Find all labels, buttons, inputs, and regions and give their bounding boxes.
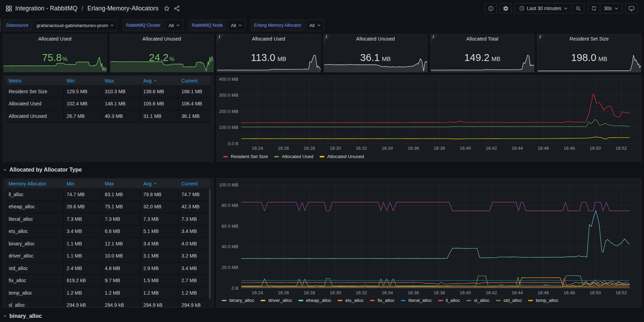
table-column-header[interactable]: Max — [102, 179, 141, 188]
table-row: fix_alloc819.2 kB9.7 MB1.5 MB2.7 MB — [6, 275, 211, 287]
legend-item[interactable]: eheap_alloc — [298, 298, 331, 303]
variable-value-dropdown[interactable]: All — [166, 19, 183, 31]
table-cell-value: 294.9 kB — [141, 299, 179, 307]
table-cell-value: 3.4 MB — [179, 226, 211, 238]
table-cell-value: 75.1 MB — [102, 201, 141, 214]
table-cell-value: 10.0 MB — [102, 250, 141, 263]
variable-value-dropdown[interactable]: grafanacloud-gabrielantunes-prom — [33, 19, 117, 31]
table-body: ll_alloc74.7 MB83.1 MB79.8 MB74.7 MBehea… — [6, 189, 211, 307]
x-axis-tick-label: 16:40 — [460, 290, 471, 295]
table-body: Resident Set Size129.5 MB310.3 MB139.6 M… — [6, 86, 211, 123]
table-cell-metric: binary_alloc — [6, 238, 64, 250]
sparkline-svg — [3, 54, 107, 72]
table-column-header[interactable]: Min — [64, 76, 102, 85]
variable-group: Datasourcegrafanacloud-gabrielantunes-pr… — [3, 19, 117, 31]
zoom-out-button[interactable] — [572, 3, 584, 14]
sparkline-area — [3, 57, 107, 72]
legend-item[interactable]: std_alloc — [496, 298, 522, 303]
table-column-header[interactable]: Avg — [141, 179, 179, 188]
row-header-binary-alloc[interactable]: binary_alloc — [3, 312, 42, 321]
table-row: literal_alloc7.3 MB7.3 MB7.3 MB7.3 MB — [6, 213, 211, 226]
table-cell-value: 3.2 MB — [179, 250, 211, 263]
variable-label: RabbitMQ Node — [189, 19, 226, 31]
kiosk-mode-button[interactable] — [625, 3, 638, 14]
table-column-header-label: Min — [67, 181, 75, 186]
legend-label: driver_alloc — [268, 298, 292, 303]
table-column-header-label: Max — [105, 181, 114, 186]
legend-swatch — [401, 300, 406, 301]
legend-item[interactable]: fix_alloc — [370, 298, 395, 303]
table-cell-value: 7.3 MB — [102, 213, 141, 226]
time-range-picker[interactable]: Last 30 minutes — [515, 3, 573, 14]
table-cell-value: 294.9 kB — [102, 299, 141, 307]
row-header-allocated-by-allocator-type[interactable]: Allocated by Allocator Type — [3, 165, 82, 174]
dashboard-insights-button[interactable] — [485, 3, 497, 14]
table-cell-value: 28.6 MB — [64, 201, 102, 214]
table-column-header[interactable]: Memory Allocator — [6, 179, 64, 188]
timeseries-plot[interactable]: 0 B20.0 MB40.0 MB60.0 MB80.0 MB100.0 MB1… — [217, 179, 641, 307]
timeseries-plot[interactable]: 0.0 B100.0 MB200.0 MB300.0 MB400.0 MB16:… — [217, 76, 641, 162]
x-axis-tick-label: 16:44 — [512, 146, 523, 151]
gear-icon — [503, 6, 509, 11]
sparkline-svg — [110, 54, 214, 72]
table-column-header[interactable]: Current — [179, 76, 211, 85]
breadcrumb-folder[interactable]: Integration - RabbitMQ — [15, 5, 77, 12]
chevron-down-icon — [176, 23, 180, 27]
sparkline-area — [217, 55, 321, 72]
x-axis-tick-label: 16:28 — [304, 146, 315, 151]
breadcrumb-dashboard[interactable]: Erlang-Memory-Allocators — [87, 5, 159, 12]
table-cell-value: 3.4 MB — [64, 226, 102, 238]
legend-item[interactable]: temp_alloc — [528, 298, 558, 303]
refresh-button[interactable] — [588, 3, 600, 14]
legend-label: fix_alloc — [378, 298, 395, 303]
share-icon[interactable] — [173, 5, 181, 12]
star-icon[interactable] — [163, 5, 171, 12]
table-column-header[interactable]: Max — [102, 76, 141, 85]
legend-swatch — [438, 300, 443, 301]
table-scrollbar[interactable] — [209, 189, 211, 299]
table-column-header[interactable]: Current — [179, 179, 211, 188]
legend-label: literal_alloc — [408, 298, 432, 303]
legend-item[interactable]: binary_alloc — [222, 298, 254, 303]
x-axis-tick-label: 16:52 — [616, 146, 627, 151]
table: MetricMinMaxAvgCurrentResident Set Size1… — [6, 76, 211, 161]
stat-panel-allocated-used-pct: Allocated Used75.8% — [3, 34, 107, 72]
legend-label: eheap_alloc — [306, 298, 331, 303]
table-column-header[interactable]: Min — [64, 179, 102, 188]
sparkline-line — [538, 55, 641, 71]
legend-item[interactable]: ll_alloc — [438, 298, 460, 303]
info-circle-icon — [488, 6, 494, 11]
x-axis-tick-label: 16:32 — [356, 290, 367, 295]
legend-item[interactable]: Resident Set Size — [223, 154, 268, 159]
legend-item[interactable]: sl_alloc — [466, 298, 490, 303]
dashboard-settings-button[interactable] — [500, 3, 512, 14]
legend-item[interactable]: Allocated Unused — [320, 154, 364, 159]
legend-swatch — [338, 300, 342, 301]
table-cell-metric: literal_alloc — [6, 213, 64, 226]
variable-value-dropdown[interactable]: All — [228, 19, 245, 31]
x-axis-tick-label: 16:38 — [434, 290, 445, 295]
table-cell-value: 7.3 MB — [179, 213, 211, 226]
tv-kiosk-icon — [628, 5, 635, 11]
legend-item[interactable]: driver_alloc — [261, 298, 292, 303]
chevron-down-icon — [110, 23, 114, 27]
refresh-interval-picker[interactable]: 30s — [600, 3, 622, 14]
chevron-down-icon — [564, 6, 568, 11]
table-cell-value: 7.3 MB — [64, 213, 102, 226]
stat-sparkline — [3, 54, 106, 72]
legend-swatch — [222, 300, 227, 301]
table-cell-value: 1.2 MB — [179, 287, 211, 299]
legend-item[interactable]: Allocated Used — [274, 154, 313, 159]
legend-item[interactable]: ets_alloc — [338, 298, 364, 303]
table-cell-value: 819.2 kB — [64, 275, 102, 287]
side-menu-edge — [0, 19, 1, 32]
sparkline-line — [217, 55, 321, 70]
legend-label: Allocated Unused — [327, 154, 364, 159]
table-column-header[interactable]: Avg — [141, 76, 179, 85]
apps-grid-icon[interactable] — [5, 4, 13, 13]
table-column-header[interactable]: Metric — [6, 76, 64, 85]
y-axis-tick-label: 0.0 B — [228, 141, 238, 146]
legend-item[interactable]: literal_alloc — [401, 298, 432, 303]
table-column-header-label: Metric — [9, 78, 22, 84]
variable-value-dropdown[interactable]: All — [306, 19, 324, 31]
